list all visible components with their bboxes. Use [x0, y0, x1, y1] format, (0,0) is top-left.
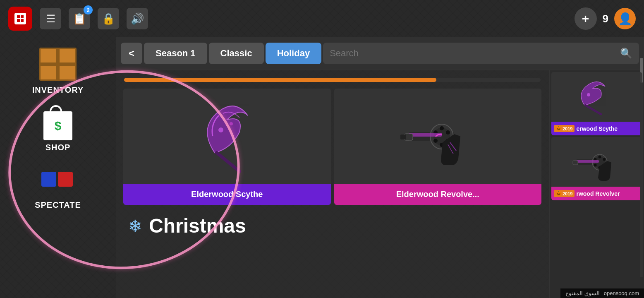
- christmas-section: ❄ Christmas: [120, 208, 545, 243]
- pumpkin-icon: 🎃: [556, 126, 562, 131]
- robux-display: 9: [603, 12, 608, 25]
- search-container: 🔍: [323, 43, 639, 64]
- watermark-domain: opensooq.com: [604, 290, 639, 296]
- item-image-revolver: [334, 89, 542, 184]
- item-card-elderwood-scythe[interactable]: Elderwood Scythe: [123, 89, 331, 205]
- notes-icon: 📋: [73, 12, 86, 25]
- menu-icon: ☰: [46, 12, 55, 25]
- svg-point-31: [594, 164, 597, 167]
- right-scythe-svg: [572, 76, 622, 118]
- right-item-label-scythe: 🎃 2019 erwood Scythe: [551, 122, 642, 135]
- svg-rect-19: [400, 135, 406, 139]
- avatar[interactable]: 👤: [614, 8, 636, 29]
- svg-line-5: [217, 153, 239, 171]
- shop-image: $: [37, 103, 79, 140]
- svg-point-27: [599, 156, 601, 159]
- roblox-logo-button[interactable]: [8, 7, 32, 31]
- svg-point-7: [230, 122, 233, 125]
- main-content: < Season 1 Classic Holiday 🔍: [116, 37, 644, 298]
- spectate-image: [37, 161, 79, 198]
- svg-point-12: [446, 130, 450, 135]
- topbar: ☰ 📋 2 🔒 🔊 + 9 👤: [0, 0, 644, 37]
- snowflake-icon: ❄: [128, 216, 142, 236]
- right-item-label-revolver: 🎃 2019 rwood Revolver: [551, 187, 642, 200]
- right-revolver-svg: [570, 141, 624, 183]
- item-label-scythe: Elderwood Scythe: [123, 184, 331, 205]
- shop-icon: $: [41, 103, 74, 140]
- sidebar-item-spectate[interactable]: SPECTATE: [4, 161, 112, 210]
- svg-rect-33: [576, 160, 599, 163]
- topbar-right: + 9 👤: [575, 7, 636, 30]
- notification-badge: 2: [84, 5, 93, 14]
- inventory-image: [37, 46, 79, 83]
- right-item-image-scythe: [551, 72, 642, 122]
- pumpkin-icon-2: 🎃: [556, 191, 562, 196]
- progress-bar-background: [124, 78, 541, 82]
- opensooq-watermark: السوق المفتوح opensooq.com: [560, 288, 644, 298]
- tabbar: < Season 1 Classic Holiday 🔍: [116, 37, 644, 70]
- tab-back-button[interactable]: <: [121, 43, 142, 64]
- svg-rect-4: [21, 15, 24, 18]
- crate-icon: [39, 48, 77, 81]
- svg-rect-34: [573, 161, 578, 165]
- svg-point-11: [440, 126, 444, 130]
- volume-icon: 🔊: [131, 12, 144, 25]
- notes-button[interactable]: 📋 2: [69, 8, 90, 29]
- svg-point-6: [218, 127, 223, 132]
- avatar-person-icon: 👤: [618, 12, 632, 26]
- svg-point-15: [433, 139, 438, 143]
- right-item-image-revolver: [551, 137, 642, 187]
- progress-bar-fill: [124, 78, 436, 82]
- right-panel-item-revolver[interactable]: 🎃 2019 rwood Revolver: [551, 137, 642, 200]
- search-input[interactable]: [330, 48, 616, 59]
- scythe-weapon-svg: [190, 95, 264, 178]
- svg-point-23: [587, 93, 590, 96]
- revolver-weapon-svg: [396, 101, 479, 171]
- content-area: Elderwood Scythe: [116, 70, 644, 298]
- search-icon: 🔍: [620, 48, 632, 59]
- volume-button[interactable]: 🔊: [127, 8, 148, 29]
- progress-section: [120, 74, 545, 85]
- shop-label: SHOP: [45, 143, 71, 152]
- sidebar-item-shop[interactable]: $ SHOP: [4, 103, 112, 152]
- spectate-glasses-icon: [41, 171, 74, 187]
- svg-rect-2: [21, 19, 24, 22]
- right-panel: 🎃 2019 erwood Scythe: [549, 70, 644, 298]
- tab-holiday[interactable]: Holiday: [266, 43, 321, 64]
- svg-rect-0: [14, 13, 26, 24]
- items-panel: Elderwood Scythe: [116, 70, 549, 298]
- year-badge-revolver: 🎃 2019: [554, 190, 575, 197]
- plus-button[interactable]: +: [575, 7, 597, 30]
- svg-rect-3: [17, 19, 20, 22]
- right-panel-item-scythe[interactable]: 🎃 2019 erwood Scythe: [551, 72, 642, 135]
- menu-button[interactable]: ☰: [40, 8, 61, 29]
- item-image-scythe: [123, 89, 331, 184]
- sidebar-item-inventory[interactable]: INVENTORY: [4, 46, 112, 95]
- svg-point-28: [603, 158, 606, 161]
- item-card-elderwood-revolver[interactable]: Elderwood Revolve...: [334, 89, 542, 205]
- watermark-arabic: السوق المفتوح: [565, 290, 600, 296]
- year-badge-scythe: 🎃 2019: [554, 125, 575, 132]
- inventory-label: INVENTORY: [32, 85, 84, 95]
- lock-button[interactable]: 🔒: [98, 8, 119, 29]
- tab-season1[interactable]: Season 1: [144, 43, 207, 64]
- item-label-revolver: Elderwood Revolve...: [334, 184, 542, 205]
- back-arrow-icon: <: [129, 48, 134, 59]
- svg-line-22: [585, 105, 601, 114]
- svg-rect-1: [17, 15, 20, 18]
- lock-icon: 🔒: [102, 12, 115, 25]
- robux-count: 9: [603, 12, 608, 25]
- tab-classic[interactable]: Classic: [209, 43, 264, 64]
- items-grid: Elderwood Scythe: [120, 85, 545, 208]
- sidebar: INVENTORY $ SHOP SPECTATE: [0, 37, 116, 298]
- christmas-label: Christmas: [149, 214, 246, 237]
- spectate-label: SPECTATE: [35, 200, 81, 210]
